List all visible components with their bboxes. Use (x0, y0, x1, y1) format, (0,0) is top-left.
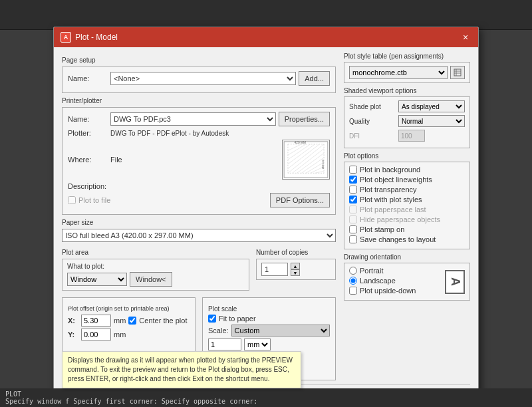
printer-plotter-label: Printer/plotter (62, 97, 336, 104)
where-label: Where: (68, 156, 108, 164)
fit-to-paper-checkbox[interactable] (208, 315, 216, 323)
window-button[interactable]: Window< (130, 272, 172, 287)
copies-controls: ▲ ▼ (261, 263, 331, 276)
plot-area-controls: Window Window< (67, 272, 244, 287)
plot-option-3-checkbox[interactable] (349, 196, 357, 204)
shaded-viewport-inner: Shade plot As displayed Quality Normal (344, 96, 470, 148)
page-setup-name-label: Name: (68, 74, 108, 82)
plot-offset-label: Plot offset (origin set to printable are… (68, 305, 190, 312)
paper-size-select[interactable]: ISO full bleed A3 (420.00 x 297.00 MM) (62, 229, 336, 242)
plotter-name-select[interactable]: DWG To PDF.pc3 (110, 112, 276, 126)
landscape-radio[interactable] (349, 277, 357, 285)
what-to-plot-select[interactable]: Window (67, 273, 127, 286)
svg-text:297 MM: 297 MM (321, 160, 324, 169)
upside-down-row: Plot upside-down (349, 287, 441, 295)
scale-value1-input[interactable] (208, 339, 241, 350)
center-plot-checkbox[interactable] (128, 317, 136, 325)
plot-option-7-label: Save changes to layout (360, 235, 436, 243)
plot-option-1: Plot object lineweights (349, 176, 465, 184)
orientation-icon: A (445, 270, 465, 294)
dialog-title: Plot - Model (75, 33, 118, 42)
orientation-a-icon: A (448, 277, 462, 286)
pdf-options-button[interactable]: PDF Options... (270, 193, 330, 207)
plot-option-1-checkbox[interactable] (349, 176, 357, 184)
printer-plotter-box: Name: DWG To PDF.pc3 Properties... Plott… (62, 107, 336, 215)
properties-button[interactable]: Properties... (279, 112, 330, 126)
ctb-select[interactable]: monochrome.ctb (349, 66, 448, 79)
copies-box: ▲ ▼ (256, 259, 336, 280)
plot-option-6-label: Plot stamp on (360, 225, 404, 233)
plot-dialog: A Plot - Model × Page setup Name: <None> (53, 27, 479, 407)
dfi-row: DFI (349, 130, 465, 142)
plot-option-5-label: Hide paperspace objects (360, 215, 440, 223)
upside-down-label: Plot upside-down (360, 287, 416, 295)
scale-label-row: Scale: Custom (208, 325, 330, 337)
tooltip-text: Displays the drawing as it will appear w… (68, 356, 293, 382)
ctb-edit-button[interactable] (450, 66, 465, 79)
y-mm-label: mm (114, 331, 126, 339)
plot-area-section: Plot area What to plot: Window Window< (62, 245, 249, 295)
plot-to-file-checkbox[interactable] (68, 196, 76, 204)
plot-style-table-inner: monochrome.ctb (344, 62, 470, 83)
copies-down-button[interactable]: ▼ (291, 269, 300, 276)
x-label: X: (68, 317, 78, 325)
dialog-close-button[interactable]: × (460, 31, 471, 43)
plot-option-2: Plot transparency (349, 186, 465, 194)
plot-to-file-label: Plot to file (78, 196, 110, 204)
landscape-label: Landscape (360, 277, 396, 285)
quality-select[interactable]: Normal (398, 115, 465, 127)
portrait-label: Portrait (360, 267, 383, 275)
plot-option-2-checkbox[interactable] (349, 186, 357, 194)
copies-up-button[interactable]: ▲ (291, 263, 300, 269)
copies-section: Number of copies ▲ ▼ (256, 245, 336, 295)
x-mm-label: mm (114, 317, 126, 325)
add-button[interactable]: Add... (299, 71, 330, 86)
plot-option-3-label: Plot with plot styles (360, 196, 422, 204)
plot-preview-container: 420 MM 297 MM (282, 140, 330, 180)
shade-plot-row: Shade plot As displayed (349, 100, 465, 112)
plotter-label: Plotter: (68, 129, 108, 137)
plot-option-7-checkbox[interactable] (349, 235, 357, 243)
main-columns: Page setup Name: <None> Add... Printer/p… (62, 53, 470, 384)
scale-unit1-select[interactable]: mm (244, 339, 271, 350)
status-bar: PLOT Specify window f Specify first corn… (0, 388, 532, 407)
fit-to-paper-row: Fit to paper (208, 315, 330, 323)
plot-option-5-checkbox (349, 215, 357, 223)
plot-option-5: Hide paperspace objects (349, 215, 465, 223)
plot-option-0-label: Plot in background (360, 166, 420, 174)
what-to-plot-label: What to plot: (67, 263, 244, 270)
plot-option-0-checkbox[interactable] (349, 166, 357, 174)
tooltip-box: Displays the drawing as it will appear w… (62, 351, 301, 388)
plot-area-box: What to plot: Window Window< (62, 259, 249, 291)
plot-option-4-checkbox (349, 205, 357, 213)
status-line-1: PLOT (5, 390, 527, 398)
fit-to-paper-label: Fit to paper (219, 315, 256, 323)
page-setup-name-select[interactable]: <None> (110, 72, 296, 85)
plot-option-7: Save changes to layout (349, 235, 465, 243)
where-value: File (110, 156, 122, 164)
where-row: Where: File (68, 140, 330, 180)
dialog-titlebar: A Plot - Model × (54, 27, 478, 47)
scale-select[interactable]: Custom (231, 325, 330, 337)
shade-plot-label: Shade plot (349, 103, 396, 110)
copies-input[interactable] (261, 263, 288, 276)
ctb-row: monochrome.ctb (349, 66, 465, 79)
plot-option-6-checkbox[interactable] (349, 225, 357, 233)
paper-size-row: ISO full bleed A3 (420.00 x 297.00 MM) (62, 229, 336, 242)
paper-size-label: Paper size (62, 219, 336, 226)
plot-options-section: Plot options Plot in background Plot obj… (344, 152, 470, 249)
copies-spinner[interactable]: ▲ ▼ (291, 263, 300, 276)
scale-label: Scale: (208, 327, 229, 335)
orientation-options: Portrait Landscape Plot upside-down (349, 267, 441, 297)
plot-scale-label: Plot scale (208, 305, 330, 313)
upside-down-checkbox[interactable] (349, 287, 357, 295)
left-column: Page setup Name: <None> Add... Printer/p… (62, 53, 336, 384)
shade-plot-select[interactable]: As displayed (398, 100, 465, 112)
plotter-name-row: Name: DWG To PDF.pc3 Properties... (68, 112, 330, 126)
plot-option-6: Plot stamp on (349, 225, 465, 233)
x-input[interactable] (81, 315, 111, 327)
portrait-radio[interactable] (349, 267, 357, 275)
y-input[interactable] (81, 329, 111, 340)
dialog-overlay: A Plot - Model × Page setup Name: <None> (0, 0, 532, 407)
drawing-orientation-section: Drawing orientation Portrait Landscape (344, 253, 470, 301)
